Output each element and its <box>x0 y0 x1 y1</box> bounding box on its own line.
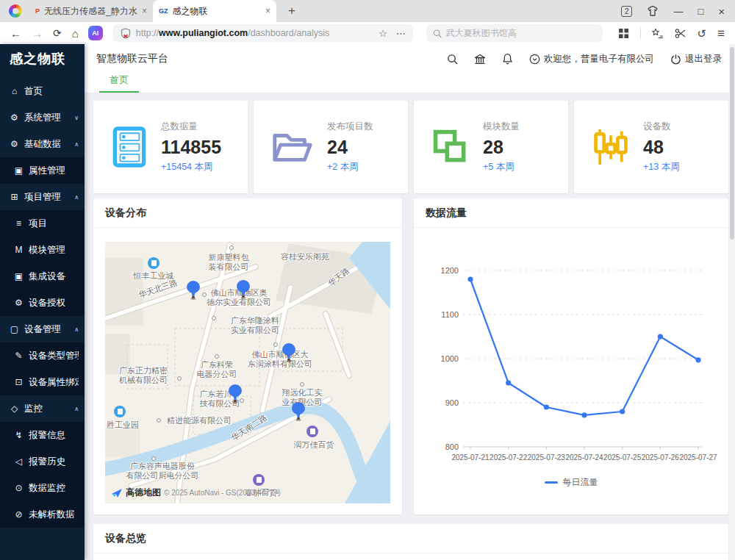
logout-button[interactable]: 退出登录 <box>670 53 722 65</box>
sidebar-item-label: 数据监控 <box>29 482 79 495</box>
browser-tabs: P无线压力传感器_静力水准仪_×GZ感之物联× <box>29 0 276 22</box>
theme-shirt-icon[interactable] <box>647 5 659 17</box>
stat-delta: +13 本周 <box>643 161 680 173</box>
map-poi-dot-icon <box>151 456 156 461</box>
new-tab-button[interactable]: + <box>284 4 300 18</box>
sidebar-item-3-3[interactable]: ⚙设备授权 <box>0 290 85 316</box>
ai-assistant-icon[interactable]: AI <box>88 26 103 40</box>
search-input[interactable] <box>446 28 596 38</box>
svg-text:2025-07-24: 2025-07-24 <box>565 453 603 462</box>
screenshot-scissors-icon[interactable] <box>675 28 686 39</box>
insecure-shield-icon[interactable] <box>121 28 131 39</box>
tab-close-icon[interactable]: × <box>265 6 270 16</box>
power-icon <box>670 54 681 65</box>
url-field[interactable]: http://www.puliangiot.com/dashboard/anal… <box>113 24 413 42</box>
svg-text:2025-07-26: 2025-07-26 <box>642 453 680 462</box>
traffic-line-chart[interactable]: 8009001000110012002025-07-212025-07-2220… <box>414 228 728 514</box>
menu-icon[interactable]: ≡ <box>717 27 725 40</box>
bank-icon[interactable] <box>474 54 486 65</box>
favorites-list-icon[interactable] <box>652 28 664 39</box>
sidebar-item-5[interactable]: ◇监控∧ <box>0 395 85 422</box>
line-chart-svg: 8009001000110012002025-07-212025-07-2220… <box>414 228 728 514</box>
reload-button[interactable]: ⟳ <box>53 28 62 38</box>
welcome-user[interactable]: 欢迎您，普量电子有限公司 <box>529 53 654 65</box>
sidebar-item-label: 未解析数据 <box>29 509 79 521</box>
device-marker-pin[interactable] <box>282 343 296 362</box>
browser-logo-icon[interactable] <box>9 4 22 18</box>
forward-button[interactable]: → <box>32 28 43 39</box>
map-copyright: © 2025 AutoNavi - GS(2023)4677号 <box>164 488 282 498</box>
sidebar-item-label: 设备管理 <box>24 323 73 336</box>
undo-icon[interactable]: ↺ <box>698 28 707 39</box>
sidebar-item-4[interactable]: ▢设备管理∧ <box>0 316 85 342</box>
stat-delta: +15454 本周 <box>161 161 221 173</box>
grid-icon: ⊞ <box>9 192 20 202</box>
close-window-button[interactable]: × <box>718 6 725 17</box>
sidebar-item-0[interactable]: ⌂首页 <box>0 78 85 104</box>
header-search-icon[interactable] <box>447 54 458 65</box>
map-poi-shop-icon <box>306 426 318 437</box>
sidebar-item-label: 设备授权 <box>29 297 79 309</box>
sidebar-item-5-0[interactable]: ↯报警信息 <box>0 422 85 448</box>
device-marker-pin[interactable] <box>236 280 251 299</box>
sidebar-item-4-1[interactable]: ⊡设备属性绑定 <box>0 369 85 395</box>
sidebar-item-1[interactable]: ⚙系统管理∨ <box>0 104 85 131</box>
url-more-icon[interactable]: ⋯ <box>396 28 406 39</box>
stat-cards-row: 总数据量114855+15454 本周发布项目数24+2 本周模块数量28+5 … <box>93 101 728 193</box>
map-poi-dot-icon <box>157 418 161 423</box>
sidebar-item-label: 报警信息 <box>29 429 79 442</box>
maximize-button[interactable]: □ <box>698 7 703 16</box>
sidebar-item-2-0[interactable]: ▣属性管理 <box>0 157 85 184</box>
device-marker-pin[interactable] <box>228 384 243 403</box>
sidebar-item-5-3[interactable]: ⊘未解析数据 <box>0 501 85 528</box>
sidebar-item-4-0[interactable]: ✎设备类型管理 <box>0 342 85 369</box>
svg-text:1100: 1100 <box>441 310 459 319</box>
sidebar-item-label: 报警历史 <box>29 456 79 468</box>
tab-close-icon[interactable]: × <box>142 6 147 16</box>
sidebar-item-2[interactable]: ⚙基础数据∧ <box>0 131 85 157</box>
sidebar: 感之物联 ⌂首页⚙系统管理∨⚙基础数据∧▣属性管理⊞项目管理∧≡项目M模块管理▣… <box>0 44 85 560</box>
back-button[interactable]: ← <box>10 28 21 39</box>
stat-value: 48 <box>643 136 680 159</box>
home-button[interactable]: ⌂ <box>72 28 79 39</box>
database-icon <box>111 125 148 169</box>
tab-home[interactable]: 首页 <box>99 73 139 93</box>
stat-card-1: 发布项目数24+2 本周 <box>254 101 408 193</box>
sidebar-submenu: ≡项目M模块管理▣集成设备⚙设备授权 <box>0 210 85 316</box>
sidebar-item-3-0[interactable]: ≡项目 <box>0 210 85 237</box>
device-marker-pin[interactable] <box>291 402 306 421</box>
sidebar-item-3-2[interactable]: ▣集成设备 <box>0 263 85 290</box>
minimize-button[interactable]: — <box>673 7 683 16</box>
device-map[interactable]: 新康塑料包 装有限公司容桂安乐阁苑恒丰工业城佛山市顺德区奥 德尔实业有限公司广东… <box>105 242 390 503</box>
sidebar-item-5-2[interactable]: ⊙数据监控 <box>0 475 85 501</box>
candles-icon <box>592 126 630 168</box>
bolt-icon: ↯ <box>13 430 24 440</box>
window-count-badge[interactable]: 2 <box>621 6 632 17</box>
stat-label: 设备数 <box>643 121 680 133</box>
user-circle-icon <box>529 54 540 65</box>
chart-legend[interactable]: 每日流量 <box>414 476 728 489</box>
sidebar-item-label: 系统管理 <box>24 112 73 124</box>
browser-tab-0[interactable]: P无线压力传感器_静力水准仪_× <box>29 0 153 22</box>
sidebar-item-5-1[interactable]: ◁报警历史 <box>0 448 85 475</box>
browser-tab-1[interactable]: GZ感之物联× <box>153 0 276 22</box>
bookmark-star-icon[interactable]: ☆ <box>379 28 387 39</box>
sidebar-item-3[interactable]: ⊞项目管理∧ <box>0 184 85 210</box>
sidebar-item-label: 项目 <box>29 218 79 230</box>
sidebar-item-label: 项目管理 <box>24 191 73 204</box>
apps-grid-icon[interactable] <box>618 28 629 39</box>
stat-value: 114855 <box>161 136 221 159</box>
sidebar-item-label: 基础数据 <box>24 138 73 151</box>
chevron-up-icon: ∧ <box>74 406 79 412</box>
page-scrollbar[interactable] <box>729 44 735 560</box>
home-icon: ⌂ <box>9 86 20 96</box>
quick-search-box[interactable] <box>426 24 603 42</box>
scrollbar-thumb[interactable] <box>730 47 734 240</box>
sidebar-item-3-1[interactable]: M模块管理 <box>0 237 85 263</box>
pen-icon: ✎ <box>13 351 24 361</box>
amap-brand: 高德地图 <box>126 487 161 499</box>
stat-label: 模块数量 <box>483 121 520 133</box>
device-marker-pin[interactable] <box>186 281 201 300</box>
notification-bell-icon[interactable] <box>502 53 513 65</box>
stat-card-2: 模块数量28+5 本周 <box>414 101 568 193</box>
